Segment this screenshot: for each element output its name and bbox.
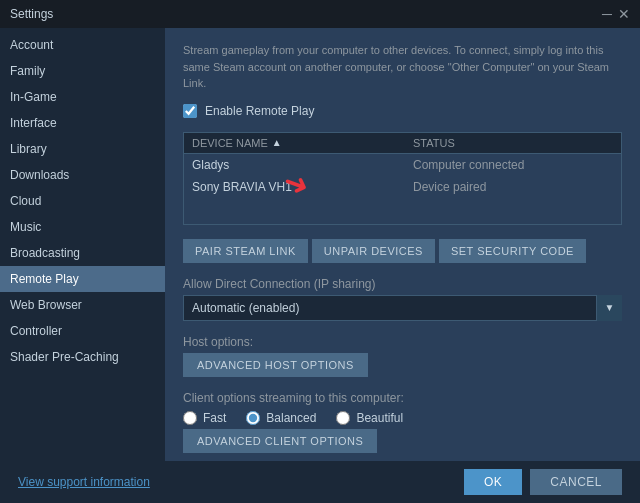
direct-connection-select[interactable]: Automatic (enabled) (183, 295, 622, 321)
device-action-buttons: PAIR STEAM LINK UNPAIR DEVICES SET SECUR… (183, 239, 622, 263)
footer: View support information OK CANCEL (0, 461, 640, 503)
content-area: Stream gameplay from your computer to ot… (165, 28, 640, 461)
device-name-cell: Sony BRAVIA VH1 (192, 180, 413, 194)
quality-balanced-item: Balanced (246, 411, 316, 425)
device-rows: Gladys Computer connected Sony BRAVIA VH… (184, 154, 621, 224)
sidebar-item-interface[interactable]: Interface (0, 110, 165, 136)
quality-beautiful-item: Beautiful (336, 411, 403, 425)
main-layout: Account Family In-Game Interface Library… (0, 28, 640, 461)
direct-connection-dropdown-wrapper: Automatic (enabled) ▼ (183, 295, 622, 321)
table-row: Sony BRAVIA VH1 Device paired ➜ (184, 176, 621, 198)
sidebar-item-music[interactable]: Music (0, 214, 165, 240)
advanced-host-options-button[interactable]: ADVANCED HOST OPTIONS (183, 353, 368, 377)
window-title: Settings (10, 7, 53, 21)
device-table: DEVICE NAME ▲ STATUS Gladys Computer con… (183, 132, 622, 225)
device-status-cell: Device paired (413, 180, 613, 194)
quality-balanced-radio[interactable] (246, 411, 260, 425)
sidebar-item-cloud[interactable]: Cloud (0, 188, 165, 214)
host-options-section: Host options: ADVANCED HOST OPTIONS (183, 331, 622, 377)
footer-buttons: OK CANCEL (464, 469, 622, 495)
sidebar-item-account[interactable]: Account (0, 32, 165, 58)
quality-fast-radio[interactable] (183, 411, 197, 425)
enable-remote-play-checkbox[interactable] (183, 104, 197, 118)
quality-balanced-label: Balanced (266, 411, 316, 425)
sidebar-item-broadcasting[interactable]: Broadcasting (0, 240, 165, 266)
sidebar-item-shader-pre-caching[interactable]: Shader Pre-Caching (0, 344, 165, 370)
device-table-header: DEVICE NAME ▲ STATUS (184, 133, 621, 154)
enable-remote-play-label: Enable Remote Play (205, 104, 314, 118)
quality-beautiful-radio[interactable] (336, 411, 350, 425)
cancel-button[interactable]: CANCEL (530, 469, 622, 495)
sidebar-item-downloads[interactable]: Downloads (0, 162, 165, 188)
quality-fast-label: Fast (203, 411, 226, 425)
set-security-code-button[interactable]: SET SECURITY CODE (439, 239, 586, 263)
sort-arrow-icon: ▲ (272, 137, 282, 148)
host-options-label: Host options: (183, 335, 622, 349)
direct-connection-section: Allow Direct Connection (IP sharing) Aut… (183, 273, 622, 321)
advanced-client-options-button[interactable]: ADVANCED CLIENT OPTIONS (183, 429, 377, 453)
minimize-button[interactable]: ─ (602, 7, 612, 21)
title-bar: Settings ─ ✕ (0, 0, 640, 28)
window-controls: ─ ✕ (602, 7, 630, 21)
device-name-col-header: DEVICE NAME ▲ (192, 137, 413, 149)
sidebar-item-library[interactable]: Library (0, 136, 165, 162)
sidebar: Account Family In-Game Interface Library… (0, 28, 165, 461)
settings-window: Settings ─ ✕ Account Family In-Game Inte… (0, 0, 640, 503)
quality-radio-group: Fast Balanced Beautiful (183, 411, 622, 425)
sidebar-item-web-browser[interactable]: Web Browser (0, 292, 165, 318)
ok-button[interactable]: OK (464, 469, 522, 495)
client-options-label: Client options streaming to this compute… (183, 391, 622, 405)
direct-connection-label: Allow Direct Connection (IP sharing) (183, 277, 622, 291)
sidebar-item-family[interactable]: Family (0, 58, 165, 84)
sidebar-item-remote-play[interactable]: Remote Play (0, 266, 165, 292)
device-status-col-header: STATUS (413, 137, 613, 149)
quality-fast-item: Fast (183, 411, 226, 425)
device-name-cell: Gladys (192, 158, 413, 172)
quality-beautiful-label: Beautiful (356, 411, 403, 425)
support-link[interactable]: View support information (18, 475, 150, 489)
close-button[interactable]: ✕ (618, 7, 630, 21)
description-text: Stream gameplay from your computer to ot… (183, 42, 622, 92)
sidebar-item-controller[interactable]: Controller (0, 318, 165, 344)
device-status-cell: Computer connected (413, 158, 613, 172)
sidebar-item-in-game[interactable]: In-Game (0, 84, 165, 110)
unpair-devices-button[interactable]: UNPAIR DEVICES (312, 239, 435, 263)
pair-steam-link-button[interactable]: PAIR STEAM LINK (183, 239, 308, 263)
client-options-section: Client options streaming to this compute… (183, 387, 622, 453)
table-row: Gladys Computer connected (184, 154, 621, 176)
enable-remote-play-row: Enable Remote Play (183, 104, 622, 118)
